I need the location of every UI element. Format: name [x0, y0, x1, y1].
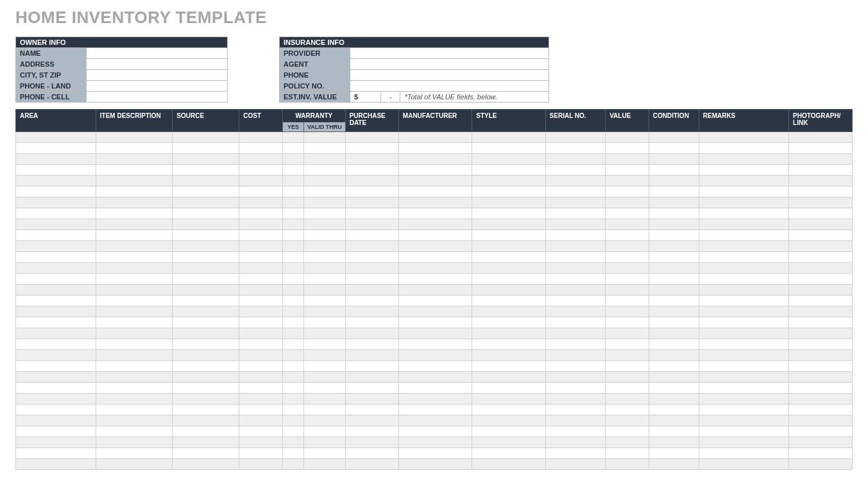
table-cell[interactable]: [345, 383, 398, 394]
table-cell[interactable]: [545, 230, 606, 241]
table-cell[interactable]: [472, 448, 545, 459]
table-cell[interactable]: [699, 317, 788, 328]
table-cell[interactable]: [282, 285, 303, 296]
table-cell[interactable]: [649, 372, 699, 383]
table-cell[interactable]: [282, 350, 303, 361]
table-cell[interactable]: [16, 394, 96, 405]
table-cell[interactable]: [96, 317, 173, 328]
table-cell[interactable]: [282, 241, 303, 252]
table-cell[interactable]: [16, 328, 96, 339]
table-cell[interactable]: [699, 361, 788, 372]
table-cell[interactable]: [398, 405, 472, 415]
table-cell[interactable]: [699, 241, 788, 252]
table-cell[interactable]: [606, 350, 649, 361]
table-cell[interactable]: [606, 437, 649, 448]
table-cell[interactable]: [96, 263, 173, 274]
table-cell[interactable]: [472, 394, 545, 405]
table-cell[interactable]: [649, 197, 699, 208]
table-cell[interactable]: [239, 263, 283, 274]
table-cell[interactable]: [239, 415, 283, 426]
table-cell[interactable]: [282, 372, 303, 383]
table-cell[interactable]: [173, 350, 239, 361]
table-cell[interactable]: [304, 132, 345, 143]
table-cell[interactable]: [173, 415, 239, 426]
table-cell[interactable]: [606, 263, 649, 274]
table-cell[interactable]: [472, 263, 545, 274]
table-cell[interactable]: [96, 219, 173, 230]
table-cell[interactable]: [282, 176, 303, 187]
table-cell[interactable]: [282, 230, 303, 241]
table-cell[interactable]: [472, 317, 545, 328]
table-cell[interactable]: [472, 426, 545, 437]
table-cell[interactable]: [173, 383, 239, 394]
table-cell[interactable]: [239, 394, 283, 405]
table-cell[interactable]: [472, 219, 545, 230]
table-cell[interactable]: [96, 274, 173, 285]
table-cell[interactable]: [96, 143, 173, 154]
table-cell[interactable]: [545, 263, 606, 274]
table-cell[interactable]: [398, 296, 472, 306]
table-row[interactable]: [16, 176, 853, 187]
table-cell[interactable]: [789, 459, 853, 470]
table-cell[interactable]: [789, 361, 853, 372]
table-cell[interactable]: [173, 208, 239, 219]
table-cell[interactable]: [606, 372, 649, 383]
table-cell[interactable]: [699, 197, 788, 208]
table-cell[interactable]: [96, 296, 173, 306]
table-cell[interactable]: [606, 241, 649, 252]
table-cell[interactable]: [239, 459, 283, 470]
owner-phone-land-value[interactable]: [87, 81, 228, 92]
table-cell[interactable]: [96, 405, 173, 415]
table-cell[interactable]: [545, 176, 606, 187]
table-cell[interactable]: [606, 165, 649, 176]
table-cell[interactable]: [472, 372, 545, 383]
table-cell[interactable]: [789, 197, 853, 208]
table-cell[interactable]: [699, 426, 788, 437]
table-cell[interactable]: [304, 426, 345, 437]
table-cell[interactable]: [16, 285, 96, 296]
owner-phone-cell-value[interactable]: [87, 92, 228, 103]
table-cell[interactable]: [282, 361, 303, 372]
table-cell[interactable]: [282, 132, 303, 143]
table-row[interactable]: [16, 394, 853, 405]
table-cell[interactable]: [304, 263, 345, 274]
table-cell[interactable]: [545, 328, 606, 339]
table-row[interactable]: [16, 426, 853, 437]
table-cell[interactable]: [398, 197, 472, 208]
table-cell[interactable]: [545, 197, 606, 208]
table-cell[interactable]: [173, 426, 239, 437]
table-cell[interactable]: [606, 328, 649, 339]
table-cell[interactable]: [239, 154, 283, 165]
table-cell[interactable]: [304, 415, 345, 426]
table-cell[interactable]: [173, 154, 239, 165]
table-cell[interactable]: [282, 197, 303, 208]
table-cell[interactable]: [239, 339, 283, 350]
insurance-agent-value[interactable]: [350, 59, 549, 70]
table-cell[interactable]: [699, 154, 788, 165]
table-cell[interactable]: [606, 383, 649, 394]
table-cell[interactable]: [398, 339, 472, 350]
table-cell[interactable]: [282, 154, 303, 165]
table-cell[interactable]: [282, 219, 303, 230]
table-cell[interactable]: [789, 306, 853, 317]
table-cell[interactable]: [649, 187, 699, 197]
table-cell[interactable]: [345, 405, 398, 415]
table-cell[interactable]: [606, 459, 649, 470]
table-cell[interactable]: [282, 317, 303, 328]
table-cell[interactable]: [545, 165, 606, 176]
table-cell[interactable]: [345, 361, 398, 372]
table-cell[interactable]: [545, 405, 606, 415]
table-row[interactable]: [16, 448, 853, 459]
table-row[interactable]: [16, 197, 853, 208]
table-cell[interactable]: [606, 415, 649, 426]
table-cell[interactable]: [699, 415, 788, 426]
table-cell[interactable]: [472, 437, 545, 448]
table-cell[interactable]: [16, 296, 96, 306]
table-cell[interactable]: [789, 317, 853, 328]
table-cell[interactable]: [304, 187, 345, 197]
table-cell[interactable]: [239, 132, 283, 143]
table-cell[interactable]: [239, 230, 283, 241]
table-cell[interactable]: [173, 132, 239, 143]
table-cell[interactable]: [789, 405, 853, 415]
table-cell[interactable]: [16, 426, 96, 437]
